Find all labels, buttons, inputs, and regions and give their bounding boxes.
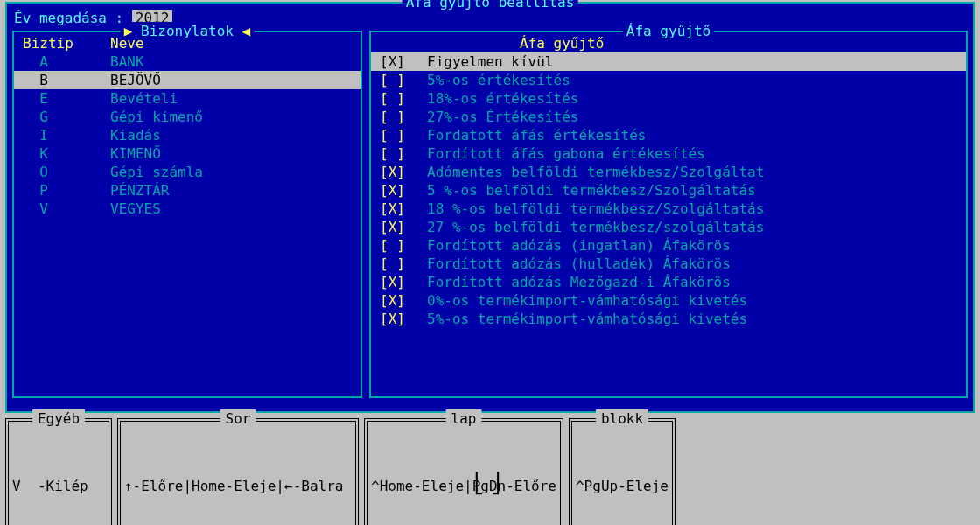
checkbox-icon[interactable]: [ ] (380, 126, 427, 144)
bizonylat-row[interactable]: EBevételi (14, 89, 360, 108)
checkbox-icon[interactable]: [ ] (380, 89, 427, 108)
afagyujto-title: Áfa gyűjtő (623, 22, 714, 40)
checkbox-icon[interactable]: [X] (380, 163, 427, 181)
afagyujto-row[interactable]: [X]27 %-os belföldi termékbesz/szolgálta… (371, 218, 966, 236)
afagyujto-name: Fordított adózás (ingatlan) Áfakörös (427, 236, 957, 255)
bizonylat-code: G (23, 108, 110, 126)
afagyujto-row[interactable]: [ ]Fordatott áfás értékesítés (371, 126, 966, 144)
bizonylat-code: I (23, 126, 110, 144)
bizonylat-code: V (23, 200, 110, 218)
bizonylat-row[interactable]: IKiadás (14, 126, 360, 144)
afagyujto-name: 18%-os értékesítés (427, 89, 957, 108)
main-window: Áfa gyűjtő beállítás Év megadása : 2012 … (5, 2, 975, 413)
bizonylat-row[interactable]: VVEGYES (14, 200, 360, 218)
bizonylat-name: PÉNZTÁR (110, 181, 169, 200)
help-bar: Egyéb V -Kilép F1 -Frissít Sor ↑-Előre|H… (5, 418, 975, 525)
afagyujto-name: Fordított áfás gabona értékesítés (427, 144, 957, 163)
help-egyeb: Egyéb V -Kilép F1 -Frissít (5, 418, 112, 525)
afagyujto-name: 5%-os értékesítés (427, 71, 957, 89)
afagyujto-row[interactable]: [X]Fordított adózás Mezőgazd-i Áfakörös (371, 273, 966, 291)
checkbox-icon[interactable]: [X] (380, 291, 427, 310)
afagyujto-list[interactable]: [X]Figyelmen kívül[ ]5%-os értékesítés[ … (371, 52, 966, 328)
checkbox-icon[interactable]: [ ] (380, 236, 427, 255)
afagyujto-row[interactable]: [ ]5%-os értékesítés (371, 71, 966, 89)
bizonylat-row[interactable]: PPÉNZTÁR (14, 181, 360, 200)
afagyujto-name: Fordított adózás Mezőgazd-i Áfakörös (427, 273, 957, 291)
afagyujto-name: Fordított adózás (hulladék) Áfakörös (427, 255, 957, 273)
bizonylat-name: Gépi kimenő (110, 108, 203, 126)
afagyujto-name: 27%-os Értékesítés (427, 108, 957, 126)
bizonylat-row[interactable]: OGépi számla (14, 163, 360, 181)
checkbox-icon[interactable]: [X] (380, 52, 427, 71)
afagyujto-row[interactable]: [X]Adómentes belföldi termékbesz/Szolgál… (371, 163, 966, 181)
afagyujto-row[interactable]: [X] 5%-os termékimport-vámhatósági kivet… (371, 310, 966, 328)
bizonylat-name: Kiadás (110, 126, 161, 144)
afagyujto-name: 27 %-os belföldi termékbesz/szolgáltatás (427, 218, 957, 236)
afagyujto-name: Fordatott áfás értékesítés (427, 126, 957, 144)
afagyujto-name: Adómentes belföldi termékbesz/Szolgáltat (427, 163, 957, 181)
checkbox-icon[interactable]: [ ] (380, 71, 427, 89)
checkbox-icon[interactable]: [X] (380, 200, 427, 218)
help-sor: Sor ↑-Előre|Home-Eleje|←-Balra ↓-Hátra¤E… (117, 418, 359, 525)
bizonylatok-list[interactable]: ABANK BBEJÖVŐ EBevételi GGépi kimenő IKi… (14, 52, 360, 218)
bizonylat-code: K (23, 144, 110, 163)
bizonylatok-title: ▶ Bizonylatok ◀ (121, 22, 255, 40)
afagyujto-row[interactable]: [X]18 %-os belföldi termékbesz/Szolgálta… (371, 200, 966, 218)
checkbox-icon[interactable]: [ ] (380, 108, 427, 126)
bizonylat-code: O (23, 163, 110, 181)
arrow-right-icon: ▶ (124, 23, 141, 39)
bizonylat-code: B (23, 71, 110, 89)
help-blokk: blokk ^PgUp-Eleje ^PgDn-Vége (569, 418, 676, 525)
afagyujto-row[interactable]: [X]Figyelmen kívül (371, 52, 966, 71)
bizonylat-row[interactable]: BBEJÖVŐ (14, 71, 360, 89)
bizonylat-name: Gépi számla (110, 163, 203, 181)
bizonylat-name: KIMENŐ (110, 144, 161, 163)
afagyujto-name: 0%-os termékimport-vámhatósági kivetés (427, 291, 957, 310)
afagyujto-row[interactable]: [ ]Fordított adózás (ingatlan) Áfakörös (371, 236, 966, 255)
afagyujto-name: 5 %-os belföldi termékbesz/Szolgáltatás (427, 181, 957, 200)
bizonylat-code: A (23, 52, 110, 71)
checkbox-icon[interactable]: [X] (380, 181, 427, 200)
year-label: Év megadása : (14, 10, 132, 26)
bizonylat-row[interactable]: KKIMENŐ (14, 144, 360, 163)
window-title: Áfa gyűjtő beállítás (402, 0, 578, 11)
bizonylatok-panel: ▶ Bizonylatok ◀ Biztip Neve ABANK BBEJÖV… (12, 31, 362, 398)
bizonylat-code: P (23, 181, 110, 200)
bizonylat-code: E (23, 89, 110, 108)
afagyujto-row[interactable]: [X]5 %-os belföldi termékbesz/Szolgáltat… (371, 181, 966, 200)
checkbox-icon[interactable]: [X] (380, 273, 427, 291)
checkbox-icon[interactable]: [X] (380, 310, 427, 328)
bizonylat-name: VEGYES (110, 200, 161, 218)
footer-bracket-icon: ⎣⎦ (0, 474, 980, 493)
afagyujto-row[interactable]: [ ]Fordított adózás (hulladék) Áfakörös (371, 255, 966, 273)
checkbox-icon[interactable]: [ ] (380, 144, 427, 163)
afagyujto-row[interactable]: [ ]27%-os Értékesítés (371, 108, 966, 126)
afagyujto-row[interactable]: [X] 0%-os termékimport-vámhatósági kivet… (371, 291, 966, 310)
bizonylat-name: BEJÖVŐ (110, 71, 161, 89)
afagyujto-name: 5%-os termékimport-vámhatósági kivetés (427, 310, 957, 328)
afagyujto-name: Figyelmen kívül (427, 52, 957, 71)
checkbox-icon[interactable]: [X] (380, 218, 427, 236)
col-biztip: Biztip (23, 34, 110, 52)
arrow-left-icon: ◀ (234, 23, 250, 39)
bizonylat-row[interactable]: GGépi kimenő (14, 108, 360, 126)
afagyujto-row[interactable]: [ ]Fordított áfás gabona értékesítés (371, 144, 966, 163)
bizonylat-name: BANK (110, 52, 144, 71)
afagyujto-panel: Áfa gyűjtő Áfa gyűjtő [X]Figyelmen kívül… (369, 31, 968, 398)
bizonylat-name: Bevételi (110, 89, 178, 108)
afagyujto-name: 18 %-os belföldi termékbesz/Szolgáltatás (427, 200, 957, 218)
checkbox-icon[interactable]: [ ] (380, 255, 427, 273)
afagyujto-row[interactable]: [ ]18%-os értékesítés (371, 89, 966, 108)
help-lap: lap ^Home-Eleje|PgDn-Előre ^End -Vége=¤P… (364, 418, 564, 525)
bizonylat-row[interactable]: ABANK (14, 52, 360, 71)
